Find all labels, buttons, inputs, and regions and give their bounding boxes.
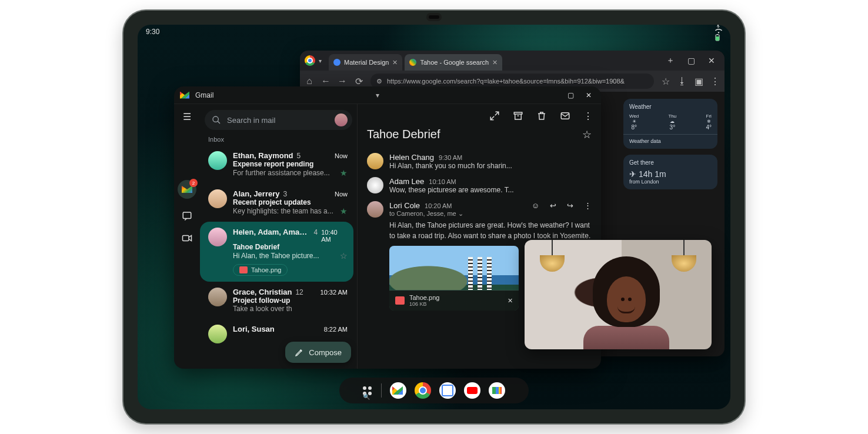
svg-point-5 — [213, 116, 218, 122]
taskbar-youtube-icon[interactable] — [464, 382, 480, 399]
chrome-tab-tahoe[interactable]: Tahoe - Google ssearch ✕ — [405, 54, 502, 71]
chrome-logo-icon — [305, 55, 315, 66]
gmail-logo-icon — [180, 92, 189, 99]
window-close-icon[interactable]: ✕ — [703, 54, 720, 68]
taskbar-chrome-icon[interactable] — [415, 382, 431, 399]
archive-icon[interactable] — [513, 111, 523, 121]
mark-unread-icon[interactable] — [560, 111, 570, 121]
thread-sender: Helen, Adam, Amanda — [233, 228, 310, 236]
message-from: Helen Chang — [389, 153, 434, 162]
video-participant — [575, 256, 677, 349]
thread-sender: Grace, Christian — [233, 288, 292, 296]
download-icon[interactable]: ⭳ — [677, 76, 687, 86]
window-maximize-icon[interactable]: ▢ — [564, 91, 577, 99]
gmail-app-name: Gmail — [195, 91, 371, 99]
favicon-icon — [409, 59, 416, 66]
avatar — [208, 325, 227, 343]
chrome-menu-caret-icon[interactable]: ▾ — [319, 58, 322, 64]
rail-mail-button[interactable]: 2 — [178, 180, 196, 199]
forward-icon[interactable]: → — [338, 76, 347, 86]
thread-preview: Take a look over th — [233, 305, 348, 313]
image-file-icon — [395, 296, 405, 305]
status-time: 9:30 — [146, 28, 159, 36]
screen: 9:30 ▾ Material Design ✕ — [138, 25, 730, 409]
weather-day: Fri — [706, 113, 712, 119]
home-icon[interactable]: ⌂ — [305, 76, 314, 86]
message-toolbar: ⋮ — [358, 104, 601, 128]
star-icon[interactable]: ★ — [340, 206, 348, 216]
thread-item[interactable]: Grace, Christian 12 10:32 AM Project fol… — [200, 282, 353, 319]
taskbar-meet-icon[interactable] — [489, 382, 505, 399]
expand-recipients-icon[interactable]: ⌄ — [458, 210, 463, 217]
tab-close-icon[interactable]: ✕ — [492, 59, 498, 66]
reply-icon[interactable]: ↩ — [550, 201, 556, 210]
wifi-icon — [715, 28, 722, 34]
thread-count: 12 — [295, 288, 303, 296]
search-placeholder: Search in mail — [227, 116, 275, 125]
chrome-tabstrip: Material Design ✕ Tahoe - Google ssearch… — [329, 51, 658, 71]
star-icon[interactable]: ☆ — [340, 251, 348, 261]
delete-icon[interactable] — [536, 111, 547, 121]
svg-rect-1 — [716, 36, 719, 41]
avatar — [208, 288, 227, 306]
taskbar-gmail-icon[interactable] — [390, 382, 406, 399]
tab-label: Tahoe - Google ssearch — [420, 59, 489, 66]
chrome-tab-material[interactable]: Material Design ✕ — [329, 54, 402, 71]
message-recipients[interactable]: to Cameron, Jesse, me — [389, 210, 456, 217]
message-time: 10:20 AM — [425, 202, 452, 209]
svg-rect-4 — [183, 236, 189, 241]
avatar — [208, 228, 227, 246]
weather-card[interactable]: Weather Wed☀8° Thu☁3° Fri❄4° Weather dat… — [623, 99, 717, 149]
gmail-search[interactable]: Search in mail — [205, 110, 352, 130]
bookmark-star-icon[interactable]: ☆ — [661, 76, 670, 87]
gmail-dropdown-icon[interactable]: ▾ — [376, 91, 379, 99]
attachment-bar: Tahoe.png 106 KB ✕ — [389, 291, 519, 311]
window-maximize-icon[interactable]: ▢ — [683, 54, 700, 68]
tab-close-icon[interactable]: ✕ — [392, 59, 398, 66]
weather-day: Thu — [668, 113, 676, 119]
new-tab-button[interactable]: ＋ — [662, 53, 679, 68]
avatar — [208, 189, 227, 208]
site-settings-icon[interactable]: ⚙ — [376, 78, 382, 85]
emoji-icon[interactable]: ☺ — [532, 201, 539, 210]
expand-icon[interactable] — [489, 111, 500, 121]
thread-item[interactable]: Ethan, Raymond 5 Now Expense report pend… — [200, 145, 353, 183]
travel-card[interactable]: Get there ✈ 14h 1m from London — [623, 155, 717, 189]
message-collapsed[interactable]: Helen Chang 9:30 AM Hi Alan, thank you s… — [367, 149, 592, 173]
app-drawer-button[interactable]: 🔍 — [363, 386, 373, 395]
message-time: 9:30 AM — [439, 154, 462, 161]
thread-preview: Key highlights: the team has a... — [233, 207, 336, 215]
star-icon[interactable]: ★ — [340, 168, 348, 178]
favicon-icon — [333, 59, 340, 66]
thread-item-selected[interactable]: Helen, Adam, Amanda 4 10:40 AM Tahoe Deb… — [200, 222, 353, 282]
thread-sender: Ethan, Raymond — [233, 151, 293, 160]
attachment-preview[interactable]: Tahoe.png 106 KB ✕ — [389, 246, 519, 311]
battery-icon — [715, 34, 720, 41]
mail-badge-count: 2 — [189, 179, 198, 187]
window-close-icon[interactable]: ✕ — [582, 91, 595, 99]
chrome-menu-icon[interactable]: ⋮ — [710, 76, 720, 87]
chat-icon[interactable] — [182, 211, 192, 221]
forward-icon[interactable]: ↪ — [567, 201, 573, 210]
account-avatar[interactable] — [335, 113, 348, 126]
extensions-icon[interactable]: ▣ — [694, 76, 703, 87]
taskbar-calendar-icon[interactable] — [439, 382, 456, 399]
gmail-thread-list: Search in mail Inbox Ethan, Raymond 5 No… — [200, 104, 358, 369]
avatar — [367, 153, 383, 169]
reload-icon[interactable]: ⟳ — [354, 76, 363, 87]
back-icon[interactable]: ← — [321, 76, 330, 86]
compose-button[interactable]: Compose — [285, 342, 351, 363]
message-collapsed[interactable]: Adam Lee 10:10 AM Wow, these picturese a… — [367, 173, 592, 198]
star-icon[interactable]: ☆ — [582, 128, 592, 141]
thread-item[interactable]: Alan, Jerrery 3 Now Recent project updat… — [200, 183, 353, 222]
attachment-close-icon[interactable]: ✕ — [508, 297, 513, 305]
gmail-titlebar: Gmail ▾ ▢ ✕ — [174, 86, 601, 104]
more-icon[interactable]: ⋮ — [583, 111, 593, 122]
attachment-chip[interactable]: Tahoe.png — [233, 264, 288, 276]
meet-icon[interactable] — [182, 233, 192, 243]
video-call-pip[interactable] — [525, 240, 712, 349]
status-indicators — [712, 25, 722, 41]
more-icon[interactable]: ⋮ — [584, 201, 592, 210]
hamburger-menu-icon[interactable]: ☰ — [183, 111, 191, 122]
message-preview: Wow, these picturese are awesome. T... — [389, 186, 592, 194]
